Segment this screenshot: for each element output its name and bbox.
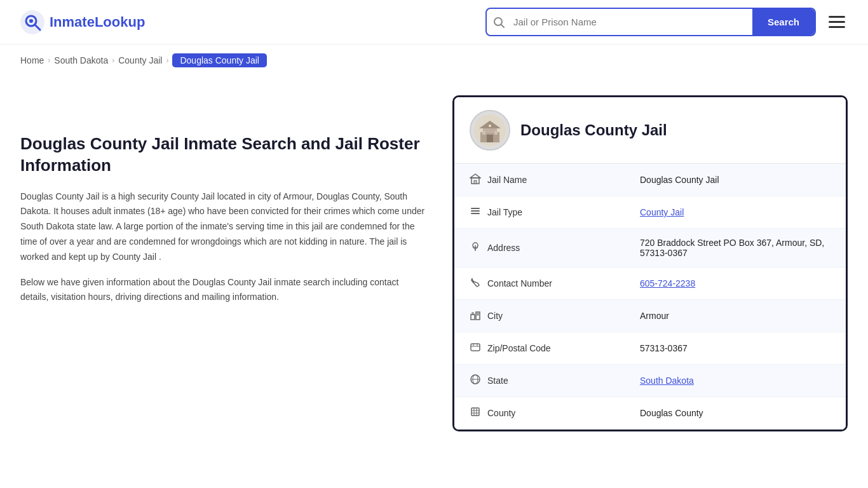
description-1: Douglas County Jail is a high security C…	[20, 189, 427, 265]
svg-marker-15	[470, 174, 480, 178]
breadcrumb-current: Douglas County Jail	[172, 53, 267, 67]
city-icon	[470, 309, 481, 323]
breadcrumb-sep-1: ›	[48, 56, 50, 65]
facility-image	[474, 114, 506, 146]
left-column: Douglas County Jail Inmate Search and Ja…	[20, 95, 427, 431]
info-card: Douglas County Jail Jail NameDouglas Cou…	[452, 95, 848, 431]
right-column: Douglas County Jail Jail NameDouglas Cou…	[452, 95, 848, 431]
svg-rect-19	[471, 213, 480, 214]
row-label: Contact Number	[487, 278, 552, 288]
row-link[interactable]: 605-724-2238	[640, 278, 695, 288]
main-content: Douglas County Jail Inmate Search and Ja…	[0, 76, 868, 451]
menu-icon[interactable]	[826, 13, 848, 30]
table-row: StateSouth Dakota	[454, 365, 846, 397]
row-link[interactable]: County Jail	[640, 207, 684, 217]
breadcrumb-sep-2: ›	[112, 56, 114, 65]
breadcrumb: Home › South Dakota › County Jail › Doug…	[0, 44, 868, 76]
list-icon	[470, 205, 481, 219]
phone-icon	[470, 276, 481, 290]
zip-icon	[470, 341, 481, 355]
facility-avatar	[470, 110, 510, 151]
table-row: Jail TypeCounty Jail	[454, 196, 846, 229]
location-icon	[470, 241, 481, 255]
svg-rect-21	[471, 315, 475, 320]
row-link[interactable]: South Dakota	[640, 376, 694, 386]
breadcrumb-state[interactable]: South Dakota	[54, 55, 108, 65]
row-label: Jail Type	[487, 207, 522, 217]
header-right: Search	[485, 8, 848, 36]
logo-icon	[20, 10, 44, 34]
logo-text: InmateLookup	[50, 14, 145, 30]
row-value: Douglas County	[625, 397, 846, 430]
svg-rect-10	[487, 135, 493, 142]
search-icon	[487, 17, 511, 28]
search-form: Search	[485, 8, 816, 36]
card-facility-name: Douglas County Jail	[520, 121, 667, 139]
description-2: Below we have given information about th…	[20, 275, 427, 306]
table-row: Zip/Postal Code57313-0367	[454, 332, 846, 365]
table-row: CityArmour	[454, 300, 846, 332]
table-row: Jail NameDouglas County Jail	[454, 164, 846, 196]
search-button[interactable]: Search	[752, 9, 815, 35]
logo[interactable]: InmateLookup	[20, 10, 145, 34]
info-table: Jail NameDouglas County JailJail TypeCou…	[454, 164, 846, 430]
page-title: Douglas County Jail Inmate Search and Ja…	[20, 133, 427, 177]
svg-rect-23	[472, 313, 473, 315]
card-header: Douglas County Jail	[454, 97, 846, 164]
row-value: 720 Braddock Street PO Box 367, Armour, …	[625, 229, 846, 268]
county-icon	[470, 406, 481, 420]
breadcrumb-type[interactable]: County Jail	[118, 55, 162, 65]
svg-rect-18	[471, 210, 480, 212]
row-label: City	[487, 311, 503, 321]
svg-rect-24	[477, 313, 478, 315]
row-label: State	[487, 376, 508, 386]
breadcrumb-home[interactable]: Home	[20, 55, 44, 65]
table-row: Address720 Braddock Street PO Box 367, A…	[454, 229, 846, 268]
header: InmateLookup Search	[0, 0, 868, 44]
svg-point-4	[494, 18, 502, 25]
svg-rect-28	[471, 408, 479, 416]
state-icon	[470, 374, 481, 388]
svg-point-13	[489, 125, 491, 127]
svg-rect-25	[471, 344, 480, 351]
svg-rect-17	[471, 208, 480, 209]
row-label: County	[487, 408, 515, 418]
svg-rect-11	[482, 131, 485, 135]
row-label: Address	[487, 243, 520, 253]
svg-rect-16	[474, 180, 477, 184]
svg-point-3	[29, 19, 33, 23]
row-value[interactable]: County Jail	[625, 196, 846, 229]
row-value[interactable]: 605-724-2238	[625, 268, 846, 300]
row-value: Douglas County Jail	[625, 164, 846, 196]
search-input[interactable]	[511, 10, 752, 34]
row-value[interactable]: South Dakota	[625, 365, 846, 397]
breadcrumb-sep-3: ›	[166, 56, 168, 65]
row-label: Jail Name	[487, 175, 527, 185]
svg-line-5	[501, 25, 504, 27]
row-value: 57313-0367	[625, 332, 846, 365]
row-label: Zip/Postal Code	[487, 343, 551, 353]
row-value: Armour	[625, 300, 846, 332]
svg-rect-12	[494, 131, 498, 135]
table-row: Contact Number605-724-2238	[454, 268, 846, 300]
table-row: CountyDouglas County	[454, 397, 846, 430]
building-icon	[470, 173, 481, 187]
